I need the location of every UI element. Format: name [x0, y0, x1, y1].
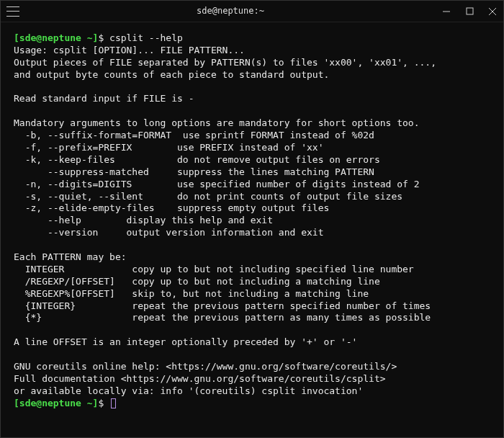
terminal-body[interactable]: [sde@neptune ~]$ csplit --helpUsage: csp…	[1, 22, 503, 437]
output-line: -k, --keep-files do not remove output fi…	[14, 154, 490, 166]
output-line: and output byte counts of each piece to …	[14, 69, 490, 81]
prompt-user-host-2: [sde@neptune	[14, 398, 81, 408]
maximize-icon[interactable]	[464, 6, 474, 17]
output-line: Read standard input if FILE is -	[14, 93, 490, 105]
minimize-icon[interactable]	[441, 6, 451, 17]
output-line: Mandatory arguments to long options are …	[14, 117, 490, 130]
output-line	[14, 81, 490, 94]
prompt-symbol: $	[98, 32, 104, 43]
output-line: INTEGER copy up to but not including spe…	[14, 264, 490, 276]
output-line: GNU coreutils online help: <https://www.…	[14, 361, 490, 373]
prompt-symbol-2: $	[98, 398, 104, 408]
prompt-path: ~]	[87, 32, 99, 43]
output-line	[14, 239, 490, 251]
window-controls	[441, 6, 498, 17]
output-line: -b, --suffix-format=FORMAT use sprintf F…	[14, 130, 490, 142]
menu-icon[interactable]	[6, 6, 19, 17]
output-line: -s, --quiet, --silent do not print count…	[14, 191, 490, 203]
output-line: -f, --prefix=PREFIX use PREFIX instead o…	[14, 142, 490, 154]
titlebar: sde@neptune:~	[1, 1, 503, 22]
terminal-window: sde@neptune:~ [sde@neptune ~]$ csplit --…	[0, 0, 504, 438]
cursor	[111, 398, 116, 408]
window-title: sde@neptune:~	[19, 6, 441, 17]
output-line: or available locally via: info '(coreuti…	[14, 385, 490, 398]
close-icon[interactable]	[487, 6, 498, 17]
output-line: Each PATTERN may be:	[14, 251, 490, 264]
output-line: -z, --elide-empty-files suppress empty o…	[14, 202, 490, 215]
output-line	[14, 349, 490, 361]
output-line: --suppress-matched suppress the lines ma…	[14, 166, 490, 179]
output-line: {*} repeat the previous pattern as many …	[14, 312, 490, 324]
output-line: %REGEXP%[OFFSET] skip to, but not includ…	[14, 288, 490, 300]
svg-rect-1	[467, 8, 473, 14]
output-line: /REGEXP/[OFFSET] copy up to but not incl…	[14, 276, 490, 288]
output-line: --help display this help and exit	[14, 215, 490, 227]
output-line: -n, --digits=DIGITS use specified number…	[14, 179, 490, 191]
output-line: A line OFFSET is an integer optionally p…	[14, 336, 490, 349]
output-line: Output pieces of FILE separated by PATTE…	[14, 57, 490, 69]
output-line: Full documentation <https://www.gnu.org/…	[14, 373, 490, 385]
output-line: Usage: csplit [OPTION]... FILE PATTERN..…	[14, 45, 490, 57]
prompt-user-host: [sde@neptune	[14, 32, 81, 43]
output-line: {INTEGER} repeat the previous pattern sp…	[14, 300, 490, 313]
prompt-path-2: ~]	[87, 398, 99, 408]
output-line	[14, 105, 490, 117]
output-line: --version output version information and…	[14, 227, 490, 239]
output-line	[14, 324, 490, 336]
command-text: csplit --help	[109, 32, 183, 43]
